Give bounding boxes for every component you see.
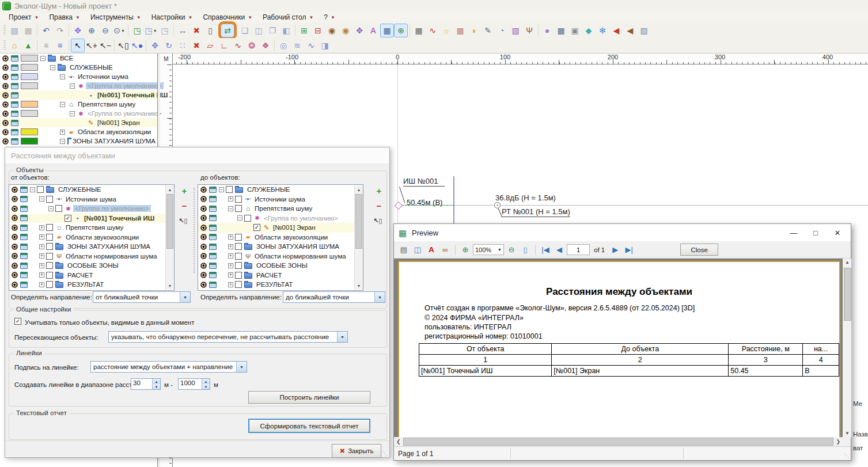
hint-button[interactable]: ☼ — [439, 24, 453, 37]
visibility-eye-icon[interactable] — [12, 187, 18, 193]
to-add-button[interactable]: + — [374, 185, 384, 196]
print-layer-icon[interactable] — [20, 263, 28, 269]
unchecked-checkbox[interactable] — [235, 234, 242, 241]
save-button[interactable]: ▤ — [7, 24, 21, 37]
print-layer-icon[interactable] — [20, 196, 28, 202]
layer-color-swatch[interactable] — [21, 110, 38, 117]
node-point-button[interactable]: ◉ — [339, 24, 352, 37]
layer-color-swatch[interactable] — [21, 55, 38, 62]
visibility-eye-icon[interactable] — [2, 120, 9, 126]
norm-scales-button[interactable]: Ψ — [522, 24, 536, 37]
expand-icon[interactable]: + — [228, 253, 233, 259]
layer-color-swatch[interactable] — [21, 128, 38, 135]
scroll-up-icon[interactable]: ▲ — [166, 185, 174, 193]
node-move-button[interactable]: ✥ — [352, 24, 366, 37]
builder-button[interactable]: ◗ — [467, 24, 481, 37]
print-layer-icon[interactable] — [209, 215, 217, 221]
close-icon[interactable]: ✕ — [829, 229, 846, 237]
section-button[interactable]: ▯ — [203, 24, 217, 37]
map-search-button[interactable]: ⊕ — [394, 24, 408, 37]
expand-icon[interactable]: + — [228, 196, 233, 202]
tree-row[interactable]: −‹●›Источники шума — [0, 72, 157, 81]
shape-xor-button[interactable]: ◧ — [279, 24, 293, 37]
scroll-right-icon[interactable]: ❯ — [836, 439, 840, 445]
delete-tool-button[interactable]: ✖ — [189, 39, 203, 52]
view-3d-button[interactable]: ⌂ — [7, 39, 21, 52]
snowflake-button[interactable]: ✻ — [596, 24, 609, 37]
visibility-eye-icon[interactable] — [200, 263, 207, 269]
undo-button[interactable]: ↶ — [39, 24, 53, 37]
noise-point-button[interactable]: ◎ — [276, 39, 290, 52]
preview-horizontal-scrollbar[interactable]: ❮ ❯ — [394, 437, 843, 446]
print-map-button[interactable]: ▦ — [412, 24, 426, 37]
collapse-icon[interactable]: − — [60, 102, 65, 107]
next-page-button[interactable]: ▶ — [609, 244, 621, 256]
scroll-up-icon[interactable]: ▲ — [355, 185, 363, 193]
preview-vertical-scrollbar[interactable]: ▲ ▼ — [843, 259, 851, 437]
print-layer-icon[interactable] — [20, 244, 28, 250]
print-layer-icon[interactable] — [209, 272, 217, 278]
scrollbar-thumb[interactable] — [403, 438, 834, 446]
mesh-edit-button[interactable]: ❖ — [259, 39, 272, 52]
toolbar-grip[interactable] — [3, 40, 6, 51]
tree-row[interactable]: ✓✎[№001] Экран — [198, 223, 363, 233]
chevron-down-icon[interactable]: ▼ — [180, 292, 190, 302]
layer-color-swatch[interactable] — [21, 64, 38, 71]
print-layer-icon[interactable] — [20, 187, 28, 193]
tree-row[interactable]: −ВСЕ — [0, 54, 157, 63]
scroll-down-icon[interactable]: ▼ — [845, 431, 850, 436]
unchecked-checkbox[interactable] — [46, 262, 53, 269]
doc-edit-button[interactable]: ✎ — [481, 24, 495, 37]
tree-item-label[interactable]: Источники шума — [64, 196, 118, 203]
tree-row[interactable]: +ЗОНЫ ЗАТУХАНИЯ ШУМА — [9, 242, 174, 252]
unchecked-checkbox[interactable] — [235, 196, 242, 203]
layer-color-swatch[interactable] — [21, 82, 38, 89]
unchecked-checkbox[interactable] — [46, 281, 53, 288]
print-layer-icon[interactable] — [20, 215, 28, 221]
visibility-eye-icon[interactable] — [200, 272, 207, 278]
tree-item-label[interactable]: Области звукоизоляции — [64, 234, 141, 241]
visibility-eye-icon[interactable] — [2, 55, 9, 62]
visibility-eye-icon[interactable] — [200, 206, 207, 212]
layer-color-swatch[interactable] — [21, 92, 38, 98]
to-pick-cursor-icon[interactable]: ↖▯ — [373, 215, 383, 226]
print-layer-icon[interactable] — [20, 234, 28, 240]
zoom-select-button[interactable]: ⊙▼ — [112, 24, 126, 37]
print-layer-icon[interactable] — [20, 272, 28, 278]
from-pick-cursor-icon[interactable]: ↖▯ — [178, 215, 188, 226]
redo-button[interactable]: ↷ — [53, 24, 67, 37]
tree-row[interactable]: +ОСОБЫЕ ЗОНЫ — [9, 261, 174, 271]
tree-row[interactable]: −⌂Препятствия шуму — [198, 204, 363, 214]
expand-icon[interactable]: + — [39, 272, 44, 278]
print-button[interactable]: ▦ — [21, 24, 35, 37]
visibility-eye-icon[interactable] — [200, 282, 207, 288]
visibility-eye-icon[interactable] — [2, 64, 9, 71]
report-settings-button[interactable]: ▨ — [637, 24, 651, 37]
device-button[interactable]: ▣ — [568, 24, 582, 37]
tree-item-label[interactable]: СЛУЖЕБНЫЕ — [245, 186, 292, 193]
tree-row[interactable]: +ΨОбласти нормирования шума — [9, 252, 174, 261]
print-layer-icon[interactable] — [209, 244, 217, 250]
page-setup-button[interactable]: ▯ — [519, 244, 532, 256]
tree-row[interactable]: −СЛУЖЕБНЫЕ — [198, 185, 363, 195]
scroll-down-icon[interactable]: ▼ — [166, 282, 174, 290]
print-layer-icon[interactable] — [20, 225, 28, 231]
tree-row[interactable]: +⌂Препятствия шуму — [9, 223, 174, 233]
print-layer-icon[interactable] — [20, 253, 28, 259]
layer-color-swatch[interactable] — [21, 119, 38, 126]
select-page-button[interactable]: ↖▯ — [116, 39, 130, 52]
print-layer-icon[interactable] — [11, 111, 18, 117]
from-tree-scrollbar[interactable]: ▲ ▼ — [165, 185, 174, 290]
tree-row[interactable]: +‹●›Источники шума — [198, 195, 363, 204]
visibility-eye-icon[interactable] — [2, 138, 9, 145]
tree-item-label[interactable]: Области нормирования шума — [253, 253, 348, 260]
tree-row[interactable]: −✱<Группа по умолчанию> — [198, 214, 363, 223]
collapse-icon[interactable]: − — [30, 187, 35, 192]
expand-icon[interactable]: + — [60, 130, 65, 135]
collapse-icon[interactable]: − — [39, 196, 44, 202]
scroll-down-icon[interactable]: ▼ — [355, 282, 363, 290]
grid-ruler-button[interactable]: ▦ — [380, 24, 394, 37]
unchecked-checkbox[interactable] — [46, 224, 53, 231]
collapse-icon[interactable]: − — [60, 139, 65, 144]
visibility-eye-icon[interactable] — [2, 111, 9, 117]
